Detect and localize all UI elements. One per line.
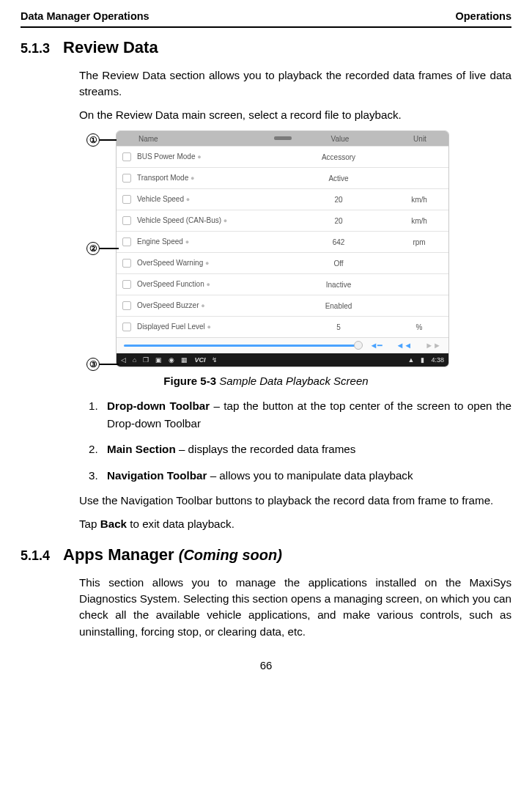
vci-icon[interactable]: VCI: [194, 356, 205, 364]
info-dot-icon[interactable]: ●: [186, 196, 190, 204]
row-value: Inactive: [287, 281, 390, 289]
table-row[interactable]: BUS Power Mode ●Accessory: [117, 146, 448, 167]
paragraph: This section allows you to manage the ap…: [79, 575, 511, 639]
info-dot-icon[interactable]: ●: [201, 303, 204, 310]
row-name: OverSpeed Buzzer ●: [137, 301, 287, 309]
col-header-name: Name: [117, 135, 289, 143]
list-item-text: – displays the recorded data frames: [176, 443, 356, 455]
info-dot-icon[interactable]: ●: [197, 154, 201, 161]
figure-5-3: ① ② ③ Name Value Unit BUS Power Mode ●Ac…: [83, 130, 449, 367]
callout-2: ②: [86, 242, 119, 255]
info-dot-icon[interactable]: ●: [191, 175, 194, 183]
checkbox[interactable]: [122, 174, 131, 183]
row-name: Vehicle Speed ●: [137, 195, 287, 203]
callout-3: ③: [86, 358, 119, 371]
row-value: 20: [287, 217, 390, 225]
checkbox[interactable]: [122, 216, 131, 225]
info-dot-icon[interactable]: ●: [207, 324, 211, 331]
section-5-1-4-heading: 5.1.4 Apps Manager (Coming soon): [21, 545, 511, 564]
row-value: Accessory: [287, 153, 390, 161]
info-dot-icon[interactable]: ●: [185, 239, 189, 246]
row-value: 5: [287, 323, 390, 331]
checkbox[interactable]: [122, 301, 131, 310]
info-dot-icon[interactable]: ●: [205, 260, 209, 268]
list-item: Navigation Toolbar – allows you to manip…: [101, 467, 511, 485]
recent-apps-icon[interactable]: ❐: [143, 356, 149, 364]
row-unit: km/h: [390, 217, 448, 225]
checkbox[interactable]: [122, 280, 131, 289]
row-value: 20: [287, 196, 390, 204]
paragraph: Use the Navigation Toolbar buttons to pl…: [79, 493, 511, 509]
col-header-unit: Unit: [391, 135, 448, 143]
camera-icon[interactable]: ◉: [169, 356, 174, 364]
playback-slider[interactable]: [124, 345, 360, 347]
back-icon[interactable]: ◄━: [370, 341, 383, 350]
text: to exit data playback.: [127, 518, 234, 530]
row-value: Active: [287, 174, 390, 183]
callout-number: ①: [86, 133, 100, 147]
row-value: Enabled: [287, 302, 390, 310]
figure-caption: Figure 5-3 Sample Data Playback Screen: [21, 375, 511, 387]
callout-number: ③: [86, 358, 100, 371]
checkbox[interactable]: [122, 195, 131, 204]
checkbox[interactable]: [122, 238, 131, 246]
header-right: Operations: [455, 10, 511, 22]
list-item-text: – allows you to manipulate data playback: [207, 469, 413, 482]
drag-handle-icon[interactable]: [274, 136, 292, 140]
table-row[interactable]: Vehicle Speed (CAN-Bus) ●20km/h: [117, 210, 448, 231]
figure-text: Sample Data Playback Screen: [216, 375, 369, 387]
callout-number: ②: [86, 242, 100, 255]
battery-icon: ▮: [421, 356, 424, 364]
row-name: OverSpeed Warning ●: [137, 259, 287, 267]
screenshot-icon[interactable]: ▣: [155, 356, 162, 364]
section-suffix: (Coming soon): [179, 547, 282, 563]
table-row[interactable]: Vehicle Speed ●20km/h: [117, 188, 448, 210]
checkbox[interactable]: [122, 323, 131, 331]
numbered-list: Drop-down Toolbar – tap the button at th…: [79, 397, 511, 484]
info-dot-icon[interactable]: ●: [223, 218, 227, 225]
paragraph: Tap Back to exit data playback.: [79, 516, 511, 532]
navigation-toolbar[interactable]: ◄━ ◄◄ ►►: [117, 337, 448, 353]
checkbox[interactable]: [122, 152, 131, 161]
link-icon[interactable]: ↯: [212, 356, 218, 364]
figure-label: Figure 5-3: [163, 375, 216, 387]
screenshot-panel: Name Value Unit BUS Power Mode ●Accessor…: [116, 130, 449, 367]
callout-line: [100, 364, 119, 365]
table-row[interactable]: Displayed Fuel Level ●5%: [117, 316, 448, 337]
table-row[interactable]: OverSpeed Warning ●Off: [117, 252, 448, 273]
dropdown-toolbar[interactable]: Name Value Unit: [117, 131, 448, 146]
page-header: Data Manager Operations Operations: [21, 10, 511, 28]
text-bold: Back: [100, 518, 127, 530]
next-frame-icon[interactable]: ►►: [425, 341, 441, 350]
text: Tap: [79, 518, 100, 530]
table-row[interactable]: OverSpeed Buzzer ●Enabled: [117, 295, 448, 316]
row-unit: rpm: [390, 238, 448, 246]
slider-thumb[interactable]: [354, 341, 363, 350]
list-item-bold: Main Section: [107, 443, 176, 455]
section-number: 5.1.4: [21, 548, 50, 564]
previous-frame-icon[interactable]: ◄◄: [396, 341, 412, 350]
row-name: Engine Speed ●: [137, 238, 287, 246]
row-name: OverSpeed Function ●: [137, 280, 287, 288]
table-row[interactable]: OverSpeed Function ●Inactive: [117, 273, 448, 295]
table-row[interactable]: Transport Mode ●Active: [117, 167, 448, 188]
row-name: Displayed Fuel Level ●: [137, 323, 287, 331]
home-icon[interactable]: ⌂: [133, 356, 136, 364]
wifi-icon: ▲: [408, 356, 415, 364]
row-unit: %: [390, 323, 448, 331]
main-section-rows: BUS Power Mode ●AccessoryTransport Mode …: [117, 146, 448, 337]
section-title: Apps Manager: [63, 545, 179, 564]
section-title: Review Data: [63, 38, 158, 57]
back-icon[interactable]: ◁: [121, 356, 126, 364]
page-number: 66: [21, 659, 511, 671]
section-5-1-3-heading: 5.1.3 Review Data: [21, 38, 511, 57]
apps-icon[interactable]: ▦: [181, 356, 188, 364]
row-name: Transport Mode ●: [137, 174, 287, 182]
table-row[interactable]: Engine Speed ●642rpm: [117, 231, 448, 252]
info-dot-icon[interactable]: ●: [207, 281, 210, 289]
checkbox[interactable]: [122, 259, 131, 268]
list-item: Main Section – displays the recorded dat…: [101, 441, 511, 458]
paragraph: On the Review Data main screen, select a…: [79, 107, 511, 123]
list-item-bold: Navigation Toolbar: [107, 469, 207, 482]
section-number: 5.1.3: [21, 41, 50, 56]
